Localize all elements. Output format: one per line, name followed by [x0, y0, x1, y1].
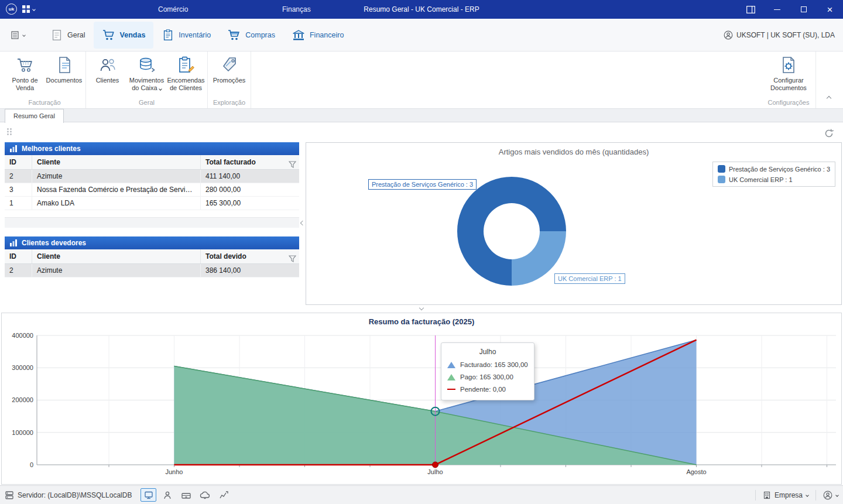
- document-icon: [50, 29, 63, 42]
- table-row[interactable]: 1 Amako LDA 165 300,00: [5, 197, 299, 210]
- erp-window: uk Comércio Finanças Resumo Geral - UK C…: [0, 0, 843, 504]
- drag-dots-icon: [6, 128, 12, 136]
- tab-label: Financeiro: [310, 31, 344, 39]
- legend-item[interactable]: UK Comercial ERP : 1: [718, 176, 830, 183]
- ribbon-group-facturacao: Ponto de Venda Documentos Facturação: [4, 52, 86, 108]
- filter-button[interactable]: [289, 253, 296, 263]
- cell-total: 411 140,00: [201, 170, 299, 183]
- ribbon-item-label: Ponto de Venda: [5, 77, 44, 92]
- clipboard-icon: [177, 56, 196, 74]
- table-row[interactable]: 2 Azimute 386 140,00: [5, 264, 299, 277]
- pos-cart-icon: [16, 56, 35, 74]
- table-row[interactable]: 3 Nossa Fazenda Comércio e Prestação de …: [5, 183, 299, 197]
- ribbon-item-encomendas-de-clientes[interactable]: Encomendas de Clientes: [166, 53, 205, 92]
- donut-legend: Prestação de Serviços Genérico : 3 UK Co…: [712, 162, 835, 187]
- window-layout-button[interactable]: [738, 0, 764, 19]
- cash-drawer-button[interactable]: [178, 488, 194, 502]
- account-button[interactable]: UKSOFT | UK SOFT (SU), LDA: [724, 30, 835, 40]
- refresh-button[interactable]: [822, 127, 836, 140]
- minimize-button[interactable]: [764, 0, 790, 19]
- analysis-button[interactable]: [215, 488, 231, 502]
- tab-vendas[interactable]: Vendas: [94, 22, 154, 49]
- best-clients-panel: Melhores clientes ID Cliente Total factu…: [5, 142, 299, 228]
- tab-financeiro[interactable]: Financeiro: [283, 22, 352, 49]
- column-header-total-facturado[interactable]: Total facturado: [201, 155, 299, 169]
- application-menu-button[interactable]: [6, 23, 30, 47]
- ribbon-item-ponto-de-venda[interactable]: Ponto de Venda: [5, 53, 44, 92]
- ribbon-item-label: Clientes: [96, 77, 119, 84]
- ribbon-item-clientes[interactable]: Clientes: [88, 53, 127, 84]
- cell-id: 1: [5, 197, 32, 210]
- ribbon-item-promocoes[interactable]: Promoções: [210, 53, 249, 84]
- table-row[interactable]: 2 Azimute 411 140,00: [5, 170, 299, 183]
- tooltip-title: Julho: [447, 348, 528, 356]
- chevron-left-icon: [300, 221, 304, 225]
- dashboard-content: Melhores clientes ID Cliente Total factu…: [0, 122, 843, 485]
- operator-icon: [163, 491, 172, 500]
- column-header-id[interactable]: ID: [5, 155, 32, 169]
- dashboard-top-row: Melhores clientes ID Cliente Total factu…: [5, 142, 838, 305]
- close-button[interactable]: ×: [817, 0, 843, 19]
- separator: [755, 490, 756, 500]
- y-axis-labels: 0 100000 200000 300000 400000: [12, 332, 33, 468]
- ribbon-group-caption: Geral: [88, 98, 205, 108]
- filter-button[interactable]: [289, 159, 296, 169]
- ribbon-item-movimentos-do-caixa[interactable]: Movimentos do Caixa: [127, 53, 166, 92]
- y-tick-label: 100000: [12, 429, 33, 436]
- debtor-clients-panel: Clientes devedores ID Cliente Total devi…: [5, 236, 299, 277]
- cloud-sync-button[interactable]: [197, 488, 213, 502]
- ribbon-item-documentos[interactable]: Documentos: [44, 53, 84, 84]
- billing-chart-panel: Resumo da facturação (2025) 0 100000 200…: [1, 313, 842, 485]
- server-status: Servidor: (LocalDB)\MSSQLLocalDB: [5, 491, 132, 500]
- refresh-icon: [824, 128, 834, 139]
- tab-geral[interactable]: Geral: [42, 22, 94, 49]
- legend-item[interactable]: Prestação de Serviços Genérico : 3: [718, 165, 830, 173]
- cell-cliente: Nossa Fazenda Comércio e Prestação de Se…: [32, 183, 201, 196]
- app-logo-icon: uk: [6, 4, 17, 15]
- drag-handle[interactable]: [6, 128, 12, 138]
- cell-total: 280 000,00: [201, 183, 299, 196]
- ribbon-item-label: Documentos: [46, 77, 83, 84]
- tab-inventario[interactable]: Inventário: [153, 22, 219, 49]
- menu-comercio[interactable]: Comércio: [153, 0, 193, 19]
- column-header-id[interactable]: ID: [5, 249, 32, 263]
- cell-id: 2: [5, 264, 32, 277]
- cell-id: 2: [5, 170, 32, 183]
- chevron-down-icon: [835, 493, 839, 497]
- column-header-total-devido[interactable]: Total devido: [201, 249, 299, 263]
- column-header-cliente[interactable]: Cliente: [32, 249, 201, 263]
- bar-chart-icon: [9, 145, 18, 152]
- operator-button[interactable]: [159, 488, 175, 502]
- ribbon-collapse-button[interactable]: [822, 92, 836, 105]
- pos-terminal-button[interactable]: [140, 488, 156, 502]
- server-icon: [5, 491, 14, 500]
- filter-icon: [289, 255, 296, 262]
- chart-tooltip: Julho Facturado: 165 300,00 Pago: 165 30…: [441, 342, 534, 400]
- statusbar-right: Empresa: [753, 490, 838, 500]
- column-header-cliente[interactable]: Cliente: [32, 155, 201, 169]
- tooltip-row-facturado: Facturado: 165 300,00: [447, 361, 528, 368]
- ribbon-group-caption: Configurações: [763, 98, 814, 108]
- maximize-button[interactable]: [790, 0, 817, 19]
- apps-grid-icon: [22, 5, 30, 13]
- cell-total: 165 300,00: [201, 197, 299, 210]
- ribbon-item-label: Encomendas de Clientes: [166, 77, 205, 92]
- column-header-label: Total facturado: [205, 158, 256, 166]
- menu-financas[interactable]: Finanças: [277, 0, 316, 19]
- statusbar: Servidor: (LocalDB)\MSSQLLocalDB Empresa: [0, 485, 843, 504]
- splitter-collapse-down[interactable]: [415, 306, 428, 311]
- empresa-dropdown[interactable]: Empresa: [763, 491, 808, 499]
- apps-grid-button[interactable]: [22, 5, 35, 13]
- legend-label: Prestação de Serviços Genérico : 3: [729, 166, 830, 173]
- document-tab-resumo-geral[interactable]: Resumo Geral: [5, 109, 64, 123]
- horizontal-scrollbar[interactable]: [5, 217, 299, 228]
- user-circle-icon: [823, 491, 832, 500]
- ribbon-item-configurar-documentos[interactable]: Configurar Documentos: [763, 53, 814, 92]
- cell-cliente: Amako LDA: [32, 197, 201, 210]
- tab-compras[interactable]: Compras: [219, 22, 283, 49]
- cloud-sync-icon: [200, 491, 210, 500]
- top-sellers-chart-panel: Artigos mais vendidos do mês (quantidade…: [306, 142, 842, 305]
- building-icon: [763, 491, 771, 499]
- user-dropdown[interactable]: [823, 491, 838, 500]
- empresa-label: Empresa: [775, 491, 803, 499]
